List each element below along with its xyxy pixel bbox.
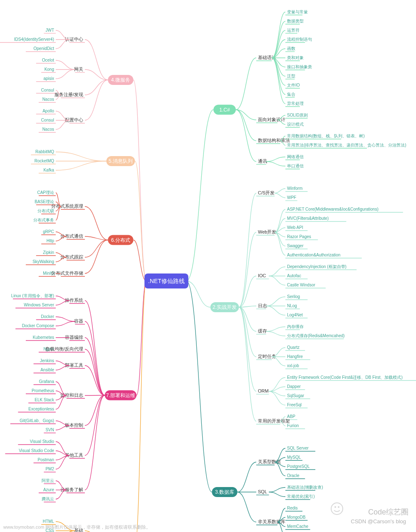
- leaf-label: Grafana: [39, 379, 54, 384]
- sub-node-label: 网关: [74, 67, 83, 72]
- watermark-author: CSDN @Carson's blog: [351, 518, 406, 525]
- leaf-label: Serilog: [287, 294, 300, 299]
- main-node-label: 6.分布式: [111, 237, 130, 243]
- leaf-label: 文件IO: [287, 83, 300, 87]
- leaf-label: IDS4(IdentityServer4): [14, 37, 54, 42]
- sub-node-label: Web开发: [258, 229, 276, 234]
- leaf-label: MongoDB: [287, 515, 306, 520]
- leaf-label: Prometheus: [32, 388, 54, 393]
- leaf-label: 分布式缓存(Redis&Memcahed): [287, 333, 344, 338]
- leaf-label: 流程控制语句: [287, 37, 312, 42]
- leaf-label: Visual Studio Code: [19, 448, 54, 453]
- svg-point-147: [338, 506, 339, 508]
- leaf-label: Redis: [287, 506, 298, 510]
- watermark-brand: Code综艺圈: [368, 507, 409, 517]
- leaf-label: Exceptionless: [28, 407, 54, 411]
- leaf-label: Oracle: [287, 473, 300, 478]
- leaf-label: FreeSql: [287, 403, 302, 407]
- sub-node-label: 负载均衡/反向代理: [45, 346, 83, 351]
- leaf-label: Autofac: [287, 273, 301, 278]
- leaf-label: 内存缓存: [287, 324, 304, 329]
- leaf-label: 常规优化(索引): [287, 494, 315, 499]
- leaf-label: 设计模式: [287, 122, 304, 127]
- leaf-label: 分布式锁: [37, 209, 54, 213]
- leaf-label: Git(GitLab、Gogs): [20, 418, 54, 423]
- leaf-label: Docker Compose: [22, 323, 54, 328]
- main-node-label: 3.数据库: [215, 489, 234, 495]
- leaf-label: Windows Server: [24, 303, 54, 307]
- leaf-label: SkyWalking: [32, 259, 54, 264]
- watermark-icon: [331, 503, 343, 515]
- sub-node-label: 容器: [74, 318, 83, 323]
- sub-node-label: 缓存: [258, 328, 267, 333]
- leaf-label: MemCache: [287, 524, 309, 529]
- leaf-label: 阿里云: [42, 478, 54, 483]
- leaf-label: PM2: [45, 467, 54, 471]
- leaf-label: Entity Framework Core(Code First&迁移、DB F…: [287, 375, 403, 380]
- leaf-label: Http: [47, 239, 54, 243]
- leaf-label: Azure: [43, 487, 54, 492]
- sub-node-label: IOC: [258, 273, 266, 278]
- leaf-label: Jenkins: [40, 358, 54, 363]
- sub-node-label: C/S开发: [258, 190, 275, 195]
- leaf-label: 网络通信: [287, 154, 304, 159]
- leaf-label: Winform: [287, 186, 302, 191]
- leaf-label: xxl-job: [287, 363, 299, 368]
- leaf-label: Nacos: [42, 127, 54, 132]
- leaf-label: 变量与常量: [287, 10, 308, 14]
- leaf-label: Kong: [45, 67, 54, 72]
- leaf-label: Hangfire: [287, 354, 303, 359]
- leaf-label: 异常处理: [287, 101, 304, 106]
- leaf-label: MySQL: [287, 455, 301, 460]
- leaf-label: Zipkin: [43, 250, 54, 255]
- leaf-label: JWT: [45, 28, 54, 32]
- leaf-label: Ansible: [40, 368, 54, 372]
- main-node-label: 5.消息队列: [109, 158, 133, 164]
- leaf-label: Apollo: [42, 109, 54, 113]
- leaf-label: Visual Studio: [30, 439, 54, 444]
- leaf-label: Authentication&Authorization: [287, 253, 340, 257]
- sub-node-label: 分布式系统原理: [51, 204, 83, 209]
- leaf-label: ASP.NET Core(Middlewares&Ioc&Configurati…: [287, 207, 379, 211]
- leaf-label: apisix: [43, 76, 54, 81]
- leaf-label: 数据类型: [287, 19, 304, 23]
- leaf-label: 分布式事务: [33, 218, 54, 222]
- leaf-label: DependencyInjection (框架自带): [287, 264, 347, 269]
- footer-disclaimer: www.toymoban.com 网络图片仅供展示，非存储，如有侵权请联系删除。: [3, 524, 151, 530]
- leaf-label: SqlSugar: [287, 393, 305, 398]
- sub-node-label: SQL: [258, 489, 267, 494]
- sub-node-label: 日志: [258, 303, 267, 308]
- leaf-label: CAP理论: [37, 190, 54, 195]
- leaf-label: 常用算法(排序算法、查找算法、递归算法、贪心算法、分治算法): [287, 143, 406, 147]
- leaf-label: 基础语法(增删改查): [287, 485, 323, 490]
- leaf-label: RocketMQ: [35, 159, 54, 163]
- leaf-label: Castle Windsor: [287, 283, 315, 287]
- leaf-label: 腾讯云: [42, 497, 54, 501]
- leaf-label: SQL Server: [287, 446, 309, 450]
- leaf-label: 泛型: [287, 74, 295, 78]
- leaf-label: SVN: [45, 428, 54, 432]
- leaf-label: OpenidDict: [34, 46, 54, 51]
- leaf-label: HTML: [43, 519, 54, 524]
- sub-node-label: 数据结构和算法: [258, 138, 290, 143]
- leaf-label: Consul: [41, 118, 54, 122]
- leaf-label: 运算符: [287, 28, 300, 32]
- leaf-label: SOLID原则: [287, 113, 308, 117]
- svg-point-145: [331, 503, 343, 515]
- leaf-label: 接口和抽象类: [287, 65, 312, 69]
- leaf-label: Consul: [41, 88, 54, 92]
- leaf-label: 常用数据结构(数组、栈、队列、链表、树): [287, 134, 365, 138]
- leaf-label: Swagger: [287, 244, 304, 248]
- leaf-label: Kafka: [43, 168, 54, 172]
- root-node-label: .NET修仙路线: [148, 278, 185, 284]
- leaf-label: Furion: [287, 423, 299, 428]
- leaf-label: 串口通信: [287, 164, 304, 168]
- leaf-label: 类和对象: [287, 55, 304, 60]
- main-node-label: 1.C#: [219, 107, 230, 113]
- leaf-label: Log4Net: [287, 313, 303, 317]
- main-node-label: 2.实战开发: [213, 304, 237, 310]
- leaf-label: Nacos: [42, 97, 54, 102]
- leaf-label: Kubernetes: [33, 335, 54, 340]
- sub-node-label: 常用的开发框架: [258, 418, 290, 423]
- leaf-label: RabbitMQ: [35, 149, 54, 154]
